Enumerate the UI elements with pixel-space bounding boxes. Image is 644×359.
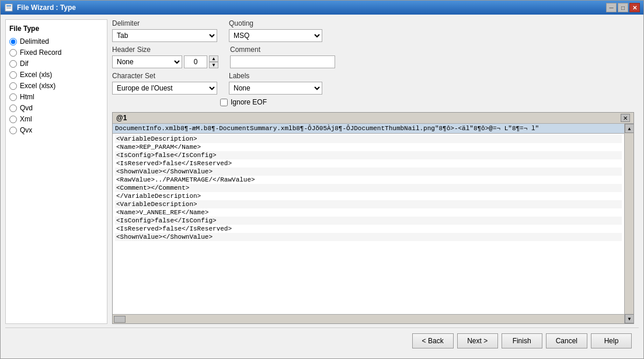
comment-group: Comment bbox=[230, 46, 335, 68]
wizard-icon bbox=[4, 3, 13, 12]
radio-qvx[interactable]: Qvx bbox=[9, 126, 103, 134]
preview-close-button[interactable]: ✕ bbox=[621, 114, 630, 122]
spinner-up-button[interactable]: ▲ bbox=[209, 55, 218, 62]
list-item: <ShownValue></ShownValue> bbox=[115, 233, 622, 241]
charset-label: Character Set bbox=[112, 72, 217, 80]
list-item: <IsConfig>false</IsConfig> bbox=[115, 151, 622, 159]
header-size-controls: None 1 2 ▲ ▼ bbox=[112, 55, 218, 68]
finish-button[interactable]: Finish bbox=[502, 333, 542, 348]
radio-excel-xlsx-input[interactable] bbox=[9, 82, 17, 90]
title-buttons: ─ □ ✕ bbox=[606, 3, 640, 12]
radio-qvd[interactable]: Qvd bbox=[9, 104, 103, 112]
quoting-group: Quoting MSQ None Standard bbox=[229, 19, 322, 42]
v-scroll-track bbox=[625, 133, 633, 314]
radio-xml-label: Xml bbox=[20, 115, 32, 123]
title-bar-left: File Wizard : Type bbox=[4, 3, 76, 12]
scroll-up-button[interactable]: ▲ bbox=[625, 124, 633, 133]
radio-qvd-input[interactable] bbox=[9, 104, 17, 112]
row-delimiter-quoting: Delimiter Tab Comma Semicolon Quoting MS… bbox=[112, 19, 634, 42]
radio-fixed-record-input[interactable] bbox=[9, 49, 17, 57]
right-panel: Delimiter Tab Comma Semicolon Quoting MS… bbox=[107, 19, 639, 324]
window-title: File Wizard : Type bbox=[17, 4, 76, 12]
radio-html-label: Html bbox=[20, 93, 34, 101]
list-item: <ShownValue></ShownValue> bbox=[115, 168, 622, 176]
title-bar: File Wizard : Type ─ □ ✕ bbox=[1, 1, 643, 15]
svg-rect-3 bbox=[6, 8, 11, 9]
radio-dif-label: Dif bbox=[20, 60, 29, 68]
h-scroll-thumb[interactable] bbox=[114, 316, 126, 323]
charset-select[interactable]: Europe de l'Ouest UTF-8 ASCII bbox=[112, 82, 217, 95]
delimiter-group: Delimiter Tab Comma Semicolon bbox=[112, 19, 217, 42]
spinner-buttons: ▲ ▼ bbox=[209, 55, 218, 68]
ignore-eof-label: Ignore EOF bbox=[231, 98, 267, 106]
radio-qvd-label: Qvd bbox=[20, 104, 33, 112]
radio-dif[interactable]: Dif bbox=[9, 60, 103, 68]
preview-panel: @1 ✕ DocumentInfo.xmlb8¶-æM.b8¶-Document… bbox=[112, 112, 634, 324]
list-item: <RawValue>../PARAMETRAGE/</RawValue> bbox=[115, 176, 622, 184]
preview-wrapper: DocumentInfo.xmlb8¶-æM.b8¶-DocumentSumma… bbox=[113, 124, 633, 323]
list-item: <IsReserved>false</IsReserved> bbox=[115, 159, 622, 168]
maximize-button[interactable]: □ bbox=[618, 3, 628, 12]
header-size-label: Header Size bbox=[112, 46, 218, 54]
cancel-button[interactable]: Cancel bbox=[546, 333, 587, 348]
help-button[interactable]: Help bbox=[591, 333, 632, 348]
quoting-label: Quoting bbox=[229, 19, 322, 27]
content-area: File Type Delimited Fixed Record Dif Exc… bbox=[1, 15, 643, 358]
list-item: <Name>REP_PARAM</Name> bbox=[115, 143, 622, 151]
radio-excel-xls-label: Excel (xls) bbox=[20, 71, 52, 79]
bottom-bar: < Back Next > Finish Cancel Help bbox=[5, 327, 639, 354]
ignore-eof-checkbox[interactable] bbox=[220, 99, 228, 106]
quoting-select[interactable]: MSQ None Standard bbox=[229, 29, 322, 42]
list-item: <Comment></Comment> bbox=[115, 184, 622, 192]
radio-qvx-label: Qvx bbox=[20, 126, 32, 134]
svg-rect-2 bbox=[6, 7, 11, 8]
close-button[interactable]: ✕ bbox=[629, 3, 640, 12]
preview-text-area: DocumentInfo.xmlb8¶-æM.b8¶-DocumentSumma… bbox=[113, 124, 624, 323]
radio-fixed-record[interactable]: Fixed Record bbox=[9, 48, 103, 57]
radio-xml-input[interactable] bbox=[9, 116, 17, 123]
minimize-button[interactable]: ─ bbox=[606, 3, 617, 12]
header-size-select[interactable]: None 1 2 bbox=[112, 55, 182, 68]
radio-dif-input[interactable] bbox=[9, 60, 17, 68]
comment-label: Comment bbox=[230, 46, 335, 54]
header-size-number[interactable] bbox=[184, 55, 207, 68]
main-area: File Type Delimited Fixed Record Dif Exc… bbox=[5, 19, 639, 324]
vertical-scrollbar[interactable]: ▲ ▼ bbox=[624, 124, 633, 323]
spinner-down-button[interactable]: ▼ bbox=[209, 62, 218, 68]
preview-header-line: DocumentInfo.xmlb8¶-æM.b8¶-DocumentSumma… bbox=[113, 124, 624, 134]
list-item: <VariableDescription> bbox=[115, 200, 622, 208]
scroll-down-button[interactable]: ▼ bbox=[625, 314, 633, 323]
preview-header: @1 ✕ bbox=[113, 113, 633, 124]
delimiter-select[interactable]: Tab Comma Semicolon bbox=[112, 29, 217, 42]
radio-excel-xlsx[interactable]: Excel (xlsx) bbox=[9, 82, 103, 90]
row-header-comment: Header Size None 1 2 ▲ ▼ bbox=[112, 46, 634, 68]
delimiter-label: Delimiter bbox=[112, 19, 217, 27]
row-charset-labels: Character Set Europe de l'Ouest UTF-8 AS… bbox=[112, 72, 634, 95]
next-button[interactable]: Next > bbox=[457, 333, 498, 348]
radio-excel-xls[interactable]: Excel (xls) bbox=[9, 71, 103, 79]
labels-label: Labels bbox=[229, 72, 322, 80]
radio-delimited[interactable]: Delimited bbox=[9, 37, 103, 46]
horizontal-scrollbar[interactable] bbox=[113, 314, 624, 323]
row-ignore-eof: Ignore EOF bbox=[112, 98, 634, 106]
radio-delimited-input[interactable] bbox=[9, 38, 17, 46]
radio-qvx-input[interactable] bbox=[9, 127, 17, 134]
main-window: File Wizard : Type ─ □ ✕ File Type Delim… bbox=[0, 0, 644, 359]
radio-delimited-label: Delimited bbox=[20, 37, 49, 46]
radio-excel-xls-input[interactable] bbox=[9, 71, 17, 79]
list-item: <VariableDescription> bbox=[115, 135, 622, 143]
list-item: <IsConfig>false</IsConfig> bbox=[115, 217, 622, 225]
back-button[interactable]: < Back bbox=[412, 333, 454, 348]
ignore-eof-group[interactable]: Ignore EOF bbox=[220, 98, 267, 106]
svg-rect-1 bbox=[6, 5, 11, 6]
radio-excel-xlsx-label: Excel (xlsx) bbox=[20, 82, 55, 90]
radio-xml[interactable]: Xml bbox=[9, 115, 103, 123]
labels-select[interactable]: None Embedded Labels No Labels bbox=[229, 82, 322, 95]
radio-html[interactable]: Html bbox=[9, 93, 103, 101]
preview-content[interactable]: <VariableDescription> <Name>REP_PARAM</N… bbox=[113, 134, 624, 314]
radio-html-input[interactable] bbox=[9, 93, 17, 101]
list-item: <Name>V_ANNEE_REF</Name> bbox=[115, 208, 622, 217]
radio-fixed-record-label: Fixed Record bbox=[20, 48, 61, 57]
preview-title: @1 bbox=[116, 114, 127, 122]
comment-input[interactable] bbox=[230, 55, 335, 68]
